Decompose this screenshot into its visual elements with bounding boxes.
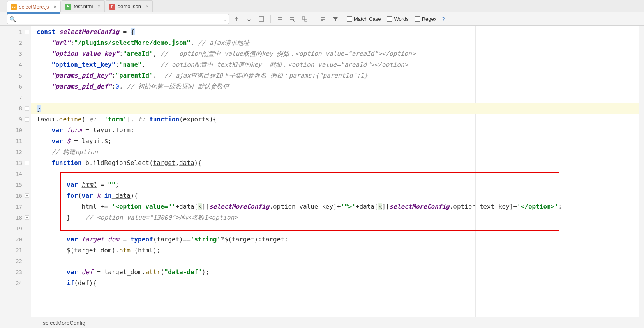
checkbox-icon bbox=[347, 16, 352, 22]
close-icon[interactable]: × bbox=[54, 4, 57, 10]
code-line[interactable] bbox=[31, 168, 639, 179]
line-number[interactable]: 12 bbox=[7, 147, 31, 158]
breadcrumb[interactable]: selectMoreConfig bbox=[0, 317, 644, 328]
next-match-button[interactable] bbox=[244, 14, 254, 24]
scrollbar[interactable] bbox=[639, 26, 644, 317]
line-number[interactable]: 7 bbox=[7, 92, 31, 103]
line-number-gutter: 1 2 3 4 5 6 7 8 9 10 11 12 13 14 15 16 1… bbox=[7, 26, 31, 317]
code-editor[interactable]: const selectMoreConfig = { "url":"/plugi… bbox=[31, 26, 639, 317]
tab-selectmore-js[interactable]: JS selectMore.js × bbox=[7, 1, 61, 12]
line-number[interactable]: 22 bbox=[7, 256, 31, 267]
line-number[interactable]: 16 bbox=[7, 190, 31, 201]
json-file-icon: {} bbox=[109, 4, 115, 10]
words-checkbox[interactable]: Words bbox=[387, 16, 408, 22]
code-line[interactable]: "params_pid_def":0, // 初始化第一级数据时 默认参数值 bbox=[31, 81, 639, 92]
breadcrumb-item[interactable]: selectMoreConfig bbox=[43, 320, 85, 326]
code-line[interactable]: function buildRegionSelect(target,data){ bbox=[31, 158, 639, 168]
line-number[interactable]: 24 bbox=[7, 278, 31, 289]
checkbox-icon bbox=[415, 16, 420, 22]
line-number[interactable]: 11 bbox=[7, 136, 31, 147]
line-number[interactable]: 8 bbox=[7, 103, 31, 114]
close-icon[interactable]: × bbox=[97, 4, 101, 9]
line-number[interactable]: 18 bbox=[7, 212, 31, 223]
code-line[interactable]: layui.define( e: ['form'], t: function(e… bbox=[31, 114, 639, 125]
words-label: Words bbox=[394, 16, 408, 22]
svg-rect-0 bbox=[259, 17, 264, 21]
code-line[interactable]: var def = target_dom.attr("data-def"); bbox=[31, 267, 639, 278]
add-selection-button[interactable] bbox=[275, 14, 285, 24]
js-file-icon: JS bbox=[11, 4, 17, 10]
remove-selection-button[interactable] bbox=[287, 14, 297, 24]
code-line[interactable]: "option_value_key":"areaId", // option配置… bbox=[31, 48, 639, 59]
toggle-multiline-button[interactable] bbox=[318, 14, 328, 24]
checkbox-icon bbox=[387, 16, 392, 22]
code-line[interactable]: var form = layui.form; bbox=[31, 125, 639, 136]
code-line[interactable]: if(def){ bbox=[31, 278, 639, 289]
svg-rect-1 bbox=[302, 17, 305, 19]
code-line[interactable]: // 构建option bbox=[31, 147, 639, 158]
tab-demo-json[interactable]: {} demo.json × bbox=[106, 0, 153, 12]
tab-label: demo.json bbox=[118, 4, 141, 9]
code-line[interactable]: for(var k in data){ bbox=[31, 190, 639, 201]
line-number[interactable]: 13 bbox=[7, 158, 31, 168]
search-icon: 🔍 bbox=[9, 16, 16, 22]
toolbar-separator bbox=[270, 15, 271, 23]
line-number[interactable]: 1 bbox=[7, 27, 31, 37]
line-number[interactable]: 3 bbox=[7, 48, 31, 59]
code-line[interactable]: html += '<option value="'+data[k][select… bbox=[31, 201, 639, 212]
code-line[interactable]: } bbox=[31, 103, 639, 114]
code-line[interactable]: "params_pid_key":"parentId", // ajax查询目标… bbox=[31, 70, 639, 81]
code-line[interactable]: "url":"/plugins/selectMore/demo.json", /… bbox=[31, 37, 639, 48]
select-occurrences-button[interactable] bbox=[300, 14, 310, 24]
close-icon[interactable]: × bbox=[146, 4, 149, 9]
code-line[interactable]: "option_text_key":"name", // option配置中 t… bbox=[31, 59, 639, 70]
regex-label: Regex bbox=[422, 16, 437, 22]
line-number[interactable]: 14 bbox=[7, 168, 31, 179]
line-number[interactable]: 4 bbox=[7, 59, 31, 70]
line-number[interactable]: 17 bbox=[7, 201, 31, 212]
line-number[interactable]: 9 bbox=[7, 114, 31, 125]
line-number[interactable]: 5 bbox=[7, 70, 31, 81]
code-line[interactable]: var html = ""; bbox=[31, 179, 639, 190]
find-input[interactable] bbox=[7, 14, 229, 24]
svg-rect-2 bbox=[305, 19, 307, 21]
line-number[interactable]: 15 bbox=[7, 179, 31, 190]
code-line[interactable] bbox=[31, 256, 639, 267]
editor-tabs-bar: JS selectMore.js × H test.html × {} demo… bbox=[0, 0, 644, 12]
help-button[interactable]: ? bbox=[442, 16, 445, 22]
html-file-icon: H bbox=[65, 4, 71, 10]
code-line[interactable] bbox=[31, 223, 639, 234]
match-case-checkbox[interactable]: Match Case bbox=[347, 16, 381, 22]
match-case-label: Match Case bbox=[354, 16, 381, 22]
code-line[interactable] bbox=[31, 92, 639, 103]
find-input-wrap: 🔍 ⌄ bbox=[7, 14, 229, 24]
code-line[interactable]: $(target_dom).html(html); bbox=[31, 245, 639, 256]
line-number[interactable]: 21 bbox=[7, 245, 31, 256]
history-dropdown-icon[interactable]: ⌄ bbox=[223, 16, 227, 21]
code-line[interactable]: } // <option value="13000">地区名称1<option> bbox=[31, 212, 639, 223]
line-number[interactable]: 6 bbox=[7, 81, 31, 92]
tab-label: selectMore.js bbox=[19, 4, 49, 10]
code-line[interactable]: const selectMoreConfig = { bbox=[31, 27, 639, 37]
toolbar-separator bbox=[314, 15, 314, 23]
line-number[interactable]: 19 bbox=[7, 223, 31, 234]
find-toolbar: 🔍 ⌄ Match Case Words Regex ? bbox=[0, 12, 644, 26]
line-number[interactable]: 23 bbox=[7, 267, 31, 278]
line-number[interactable]: 10 bbox=[7, 125, 31, 136]
editor-area: 1 2 3 4 5 6 7 8 9 10 11 12 13 14 15 16 1… bbox=[0, 26, 644, 317]
tab-label: test.html bbox=[74, 4, 93, 9]
filter-button[interactable] bbox=[330, 14, 341, 24]
line-number[interactable]: 20 bbox=[7, 234, 31, 245]
left-gutter-strip bbox=[0, 26, 7, 317]
select-all-button[interactable] bbox=[256, 14, 266, 24]
regex-checkbox[interactable]: Regex bbox=[415, 16, 437, 22]
code-line[interactable]: var $ = layui.$; bbox=[31, 136, 639, 147]
prev-match-button[interactable] bbox=[231, 14, 242, 24]
tab-test-html[interactable]: H test.html × bbox=[62, 0, 105, 12]
line-number[interactable]: 2 bbox=[7, 37, 31, 48]
code-line[interactable]: var target_dom = typeof(target)=='string… bbox=[31, 234, 639, 245]
